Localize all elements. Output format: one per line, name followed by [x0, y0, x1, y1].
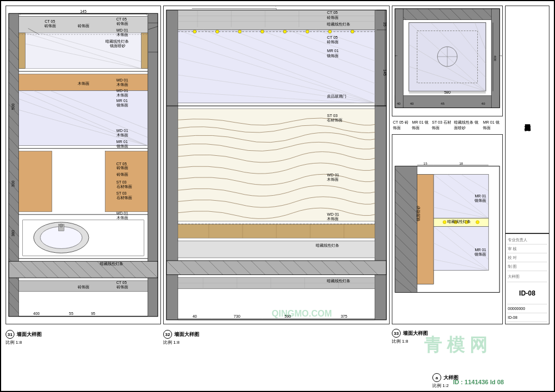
- d31-scale: 比例 1:8: [6, 339, 161, 345]
- d33-circle-number: 33: [392, 329, 401, 338]
- svg-point-284: [476, 221, 479, 224]
- svg-rect-125: [178, 10, 375, 30]
- svg-text:CT 05: CT 05: [327, 35, 337, 40]
- svg-text:←: ←: [394, 53, 398, 58]
- drawing-32-svg: ← 35 145 40 730 590 375: [164, 6, 389, 324]
- d33-label-2: MR 01 镜饰面: [412, 120, 431, 131]
- svg-rect-162: [178, 241, 375, 258]
- svg-text:18: 18: [459, 162, 463, 165]
- d32-scale: 比例 1:8: [163, 339, 390, 345]
- svg-text:40: 40: [481, 102, 485, 105]
- d33-label-3: ST 03 石材饰面: [432, 120, 453, 131]
- scale-type: 大样图: [507, 273, 524, 280]
- d33-label-area: CT 05 砖饰面 MR 01 镜饰面 ST 03 石材饰面 暗藏线性条 镜面喷…: [392, 119, 503, 132]
- svg-text:400: 400: [33, 312, 40, 315]
- svg-text:←: ←: [274, 6, 279, 8]
- svg-text:暗藏线性灯条: 暗藏线性灯条: [105, 39, 129, 43]
- svg-text:皮品玻璃门: 皮品玻璃门: [327, 94, 346, 99]
- d33-label-1: CT 05 砖饰面: [393, 120, 411, 131]
- svg-text:石材饰面: 石材饰面: [327, 118, 342, 123]
- svg-text:MR 01: MR 01: [475, 248, 487, 252]
- svg-text:580: 580: [444, 90, 451, 94]
- svg-text:石材饰面: 石材饰面: [117, 185, 132, 189]
- svg-rect-40: [19, 33, 26, 69]
- svg-text:砖饰面: 砖饰面: [77, 285, 89, 289]
- drawing-id-row: ID-08: [507, 282, 547, 304]
- svg-point-63: [59, 224, 63, 227]
- svg-text:500: 500: [11, 103, 15, 110]
- speciality-row: 专业负责人: [507, 236, 547, 245]
- d32-circle-number: 32: [163, 330, 172, 339]
- svg-text:暗藏线性灯条: 暗藏线性灯条: [327, 279, 350, 283]
- panel-drawing-31: 砖饰面 145: [6, 6, 161, 324]
- svg-text:木饰面: 木饰面: [117, 83, 128, 86]
- svg-text:暗藏线性灯条: 暗藏线性灯条: [327, 22, 350, 27]
- svg-text:砖饰面: 砖饰面: [77, 24, 89, 28]
- svg-text:镜饰面: 镜饰面: [116, 103, 128, 107]
- svg-text:MR 01: MR 01: [327, 49, 339, 54]
- drawer-row: 制 图: [507, 262, 547, 271]
- svg-text:40: 40: [410, 102, 414, 105]
- drawing-31-svg: 砖饰面 145: [6, 6, 160, 324]
- svg-rect-41: [141, 33, 148, 69]
- svg-point-149: [283, 30, 286, 33]
- svg-text:CT 05: CT 05: [117, 162, 127, 166]
- svg-text:木饰面: 木饰面: [117, 33, 128, 37]
- d31-title-text: 墙面大样图: [17, 331, 42, 338]
- svg-text:暗藏线性灯条: 暗藏线性灯条: [447, 220, 471, 223]
- caption-31: 31 墙面大样图 比例 1:8: [6, 329, 161, 389]
- drawing-area: 砖饰面 145: [1, 1, 554, 329]
- main-container: 砖饰面 145: [0, 0, 555, 392]
- svg-text:CT 05: CT 05: [117, 17, 127, 21]
- svg-text:WD 01: WD 01: [327, 173, 339, 177]
- svg-text:砖饰面: 砖饰面: [326, 40, 339, 44]
- svg-text:CT 05: CT 05: [327, 11, 337, 15]
- svg-text:730: 730: [234, 314, 240, 319]
- svg-text:45: 45: [441, 102, 445, 105]
- svg-text:镜饰面: 镜饰面: [326, 54, 339, 58]
- svg-point-145: [193, 30, 196, 33]
- svg-rect-57: [19, 151, 52, 212]
- svg-text:MR 01: MR 01: [475, 194, 487, 198]
- svg-rect-268: [417, 175, 434, 284]
- svg-text:木饰面: 木饰面: [117, 93, 128, 97]
- svg-point-147: [238, 30, 241, 33]
- project-no-row: 00000000: [507, 304, 547, 313]
- panel-drawing-32: ← 35 145 40 730 590 375: [163, 6, 390, 324]
- caption-32: 32 墙面大样图 比例 1:8: [163, 329, 390, 389]
- svg-text:55: 55: [69, 312, 73, 315]
- svg-text:400: 400: [493, 55, 497, 62]
- svg-text:砖饰面: 砖饰面: [116, 22, 128, 26]
- svg-text:40: 40: [397, 102, 401, 105]
- svg-rect-163: [167, 261, 386, 274]
- title-block-info: 专业负责人 审 核 校 对 制 图 大样图 ID-08 0000: [506, 233, 549, 324]
- svg-text:CT 05: CT 05: [45, 19, 56, 23]
- svg-text:145: 145: [382, 69, 387, 76]
- svg-text:→: →: [498, 53, 502, 58]
- svg-text:ST 03: ST 03: [117, 191, 127, 195]
- svg-text:镜饰面: 镜饰面: [116, 144, 128, 148]
- svg-text:WD 01: WD 01: [327, 212, 339, 217]
- svg-text:镜饰面: 镜饰面: [475, 252, 487, 256]
- svg-text:WD 01: WD 01: [117, 78, 128, 82]
- svg-text:ST 03: ST 03: [327, 114, 337, 118]
- svg-rect-256: [395, 166, 417, 293]
- svg-point-148: [261, 30, 264, 33]
- svg-text:砖饰面: 砖饰面: [116, 166, 128, 170]
- svg-text:375: 375: [341, 314, 347, 319]
- svg-text:300: 300: [11, 180, 15, 187]
- sheet-row: ID-08: [507, 313, 547, 322]
- svg-text:木饰面: 木饰面: [327, 177, 339, 182]
- svg-text:MR 01: MR 01: [117, 99, 128, 103]
- d33-label-4: 暗藏线性条 镜面喷砂: [454, 120, 482, 131]
- project-title: 样板间施工图: [506, 6, 549, 233]
- panel-right: 580 400 ← → 40 40 45 40: [392, 6, 503, 324]
- svg-point-151: [328, 30, 331, 33]
- svg-text:木饰面: 木饰面: [327, 217, 339, 221]
- svg-text:木饰面: 木饰面: [117, 133, 128, 137]
- checker-label: 校 对: [507, 254, 524, 261]
- svg-text:镜饰面: 镜饰面: [475, 198, 487, 202]
- svg-point-150: [306, 30, 309, 33]
- svg-text:砖饰面: 砖饰面: [116, 285, 128, 289]
- da-circle-number: a: [432, 373, 441, 382]
